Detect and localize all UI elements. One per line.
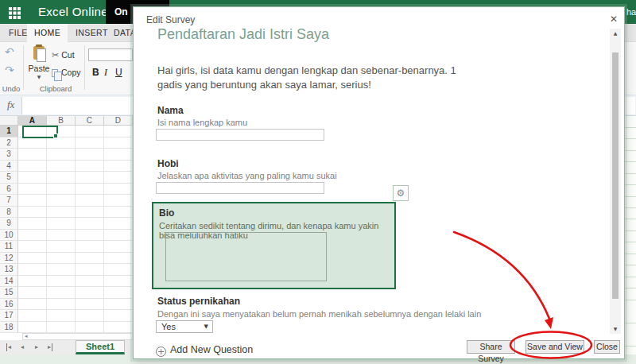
row-header-7[interactable]: 7 [0, 195, 18, 207]
grid-cell-C3[interactable] [76, 149, 104, 161]
survey-description[interactable]: Hai girls, isi data kamu dengan lengkap … [157, 64, 469, 92]
grid-cell-A10[interactable] [18, 230, 47, 242]
grid-cell-B9[interactable] [47, 218, 76, 230]
last-sheet-icon[interactable]: ▸ [48, 343, 52, 351]
row-header-11[interactable]: 11 [0, 241, 18, 253]
share-survey-button[interactable]: Share Survey [467, 340, 515, 354]
selected-cell-a1[interactable] [22, 126, 58, 138]
grid-cell-B16[interactable] [47, 299, 76, 311]
row-header-13[interactable]: 13 [0, 264, 18, 276]
scroll-up-icon[interactable]: ▲ [610, 29, 621, 38]
row-header-4[interactable]: 4 [0, 161, 18, 172]
prev-sheet-icon[interactable]: ◂ [21, 343, 24, 351]
select-all-corner[interactable] [0, 116, 18, 126]
row-header-5[interactable]: 5 [0, 172, 18, 184]
grid-cell-C8[interactable] [76, 207, 104, 219]
grid-cell-A7[interactable] [18, 195, 47, 207]
grid-cell-B4[interactable] [47, 161, 76, 172]
row-header-18[interactable]: 18 [0, 322, 18, 334]
column-header-D[interactable]: D [104, 116, 133, 126]
question-status-label[interactable]: Status pernikahan [157, 296, 240, 307]
grid-cell-C7[interactable] [76, 195, 104, 207]
grid-cell-D13[interactable] [104, 264, 133, 276]
grid-cell-A12[interactable] [18, 253, 47, 265]
grid-cell-A9[interactable] [18, 218, 47, 230]
survey-title[interactable]: Pendaftaran Jadi Istri Saya [157, 26, 329, 43]
grid-cell-B14[interactable] [47, 276, 76, 288]
row-header-6[interactable]: 6 [0, 184, 18, 196]
grid-cell-C9[interactable] [76, 218, 104, 230]
grid-cell-C16[interactable] [76, 299, 104, 311]
row-header-10[interactable]: 10 [0, 230, 18, 242]
grid-cell-A4[interactable] [18, 161, 47, 172]
column-header-B[interactable]: B [47, 116, 76, 126]
dialog-scrollbar[interactable]: ▲ ▼ [610, 29, 621, 334]
grid-cell-D10[interactable] [104, 230, 133, 242]
grid-cell-B3[interactable] [47, 149, 76, 161]
grid-cell-C17[interactable] [76, 310, 104, 322]
question-settings-gear-icon[interactable]: ⚙ [393, 185, 409, 201]
grid-cell-D8[interactable] [104, 207, 133, 219]
grid-cell-B12[interactable] [47, 253, 76, 265]
grid-cell-C14[interactable] [76, 276, 104, 288]
column-header-A[interactable]: A [18, 116, 47, 126]
row-header-17[interactable]: 17 [0, 310, 18, 322]
scroll-down-icon[interactable]: ▼ [610, 324, 621, 334]
grid-cell-D9[interactable] [104, 218, 133, 230]
grid-cell-C2[interactable] [76, 137, 104, 149]
grid-cell-A15[interactable] [18, 287, 47, 299]
question-nama-input[interactable] [156, 129, 324, 141]
grid-cell-C13[interactable] [76, 264, 104, 276]
question-nama-label[interactable]: Nama [157, 105, 184, 116]
grid-cell-D6[interactable] [104, 184, 133, 196]
spreadsheet-grid[interactable]: ABCD 12345678910111213141516171819 [0, 116, 133, 333]
horizontal-scrollbar[interactable]: ◂ [22, 333, 133, 340]
row-header-2[interactable]: 2 [0, 137, 18, 149]
row-header-8[interactable]: 8 [0, 207, 18, 219]
grid-cell-D2[interactable] [104, 137, 133, 149]
grid-cell-D12[interactable] [104, 253, 133, 265]
column-header-C[interactable]: C [76, 116, 104, 126]
grid-cell-D5[interactable] [104, 172, 133, 184]
italic-button[interactable]: I [104, 67, 107, 79]
grid-cell-B15[interactable] [47, 287, 76, 299]
grid-cell-A16[interactable] [18, 299, 47, 311]
question-status-dropdown[interactable]: Yes ▼ [156, 320, 213, 333]
grid-cell-A18[interactable] [18, 322, 47, 334]
grid-cell-A6[interactable] [18, 184, 47, 196]
grid-cell-B7[interactable] [47, 195, 76, 207]
sheet-tab-sheet1[interactable]: Sheet1 [76, 340, 125, 354]
grid-cell-D4[interactable] [104, 161, 133, 172]
grid-cell-C18[interactable] [76, 322, 104, 334]
row-header-15[interactable]: 15 [0, 287, 18, 299]
grid-cell-C11[interactable] [76, 241, 104, 253]
paste-button[interactable]: Paste ▼ [28, 45, 50, 81]
grid-cell-D14[interactable] [104, 276, 133, 288]
cut-button[interactable]: ✂Cut [52, 50, 75, 60]
close-button[interactable]: Close [594, 340, 620, 354]
grid-cell-B10[interactable] [47, 230, 76, 242]
grid-cell-B11[interactable] [47, 241, 76, 253]
grid-cell-C12[interactable] [76, 253, 104, 265]
row-header-1[interactable]: 1 [0, 126, 18, 137]
grid-cell-B6[interactable] [47, 184, 76, 196]
question-hobi-input[interactable] [156, 182, 324, 194]
grid-cell-B13[interactable] [47, 264, 76, 276]
question-hobi-label[interactable]: Hobi [157, 158, 179, 169]
grid-cell-A14[interactable] [18, 276, 47, 288]
grid-cell-C10[interactable] [76, 230, 104, 242]
grid-cell-C15[interactable] [76, 287, 104, 299]
grid-cell-A5[interactable] [18, 172, 47, 184]
grid-cell-A11[interactable] [18, 241, 47, 253]
grid-cell-A2[interactable] [18, 137, 47, 149]
grid-cell-D3[interactable] [104, 149, 133, 161]
font-name-box[interactable] [88, 48, 133, 61]
app-launcher-waffle-icon[interactable] [9, 7, 12, 10]
grid-cell-D1[interactable] [104, 126, 133, 137]
grid-cell-D16[interactable] [104, 299, 133, 311]
grid-cell-D7[interactable] [104, 195, 133, 207]
hscroll-left-icon[interactable]: ◂ [25, 333, 28, 339]
grid-cell-A13[interactable] [18, 264, 47, 276]
question-bio-textarea[interactable] [165, 232, 327, 281]
bold-button[interactable]: B [92, 67, 99, 78]
